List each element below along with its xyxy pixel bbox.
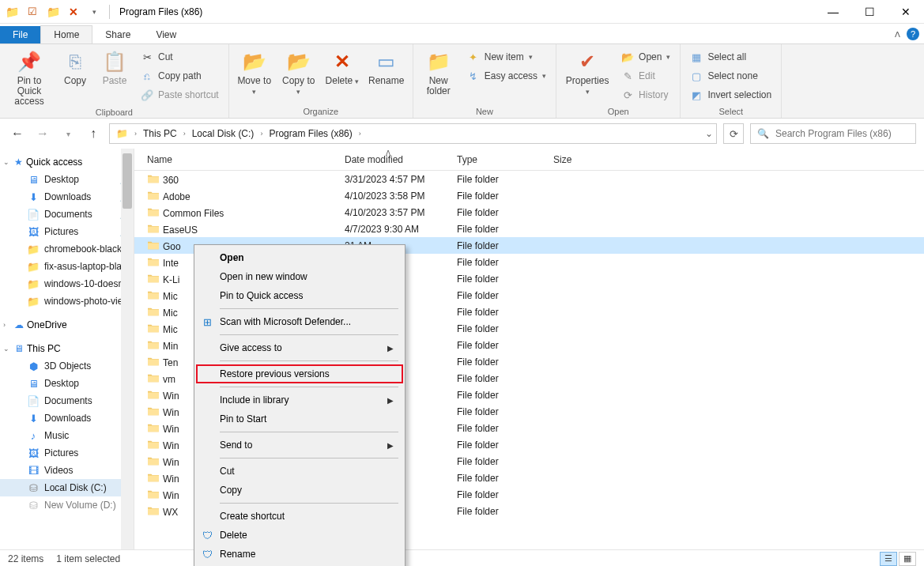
nav-quick-access[interactable]: ⌄★Quick access	[0, 153, 134, 171]
nav-onedrive[interactable]: ›☁OneDrive	[0, 316, 134, 334]
paste-shortcut-button[interactable]: 🔗Paste shortcut	[138, 87, 222, 103]
copy-path-button[interactable]: ⎌Copy path	[138, 68, 222, 84]
main-area: ⌄★Quick access 🖥Desktop📌 ⬇Downloads📌 📄Do…	[0, 149, 924, 549]
select-none-button[interactable]: ▢Select none	[687, 68, 775, 84]
table-row[interactable]: EaseUS4/7/2023 9:30 AMFile folder	[134, 221, 924, 237]
col-size[interactable]: Size	[547, 154, 604, 165]
nav-qa-item[interactable]: 📁windows-photo-vie	[0, 292, 134, 310]
ctx-open-new-window[interactable]: Open in new window	[196, 267, 403, 286]
move-to-button[interactable]: 📂 Move to	[236, 46, 273, 96]
file-type: File folder	[451, 340, 547, 351]
nav-music[interactable]: ♪Music	[0, 427, 134, 444]
tab-view[interactable]: View	[143, 26, 189, 43]
delete-button[interactable]: ✕ Delete	[324, 46, 360, 86]
ctx-give-access[interactable]: Give access to▶	[196, 338, 403, 357]
crumb-thispc[interactable]: This PC	[140, 126, 180, 141]
qat-dropdown-icon[interactable]: ▾	[85, 3, 103, 21]
drive-icon: ⛁	[27, 482, 40, 494]
collapse-ribbon-icon[interactable]: ᐱ	[895, 30, 900, 39]
pin-to-quick-access-button[interactable]: 📌 Pin to Quick access	[6, 46, 52, 108]
nav-qa-item[interactable]: 📁fix-asus-laptop-black	[0, 258, 134, 275]
ctx-create-shortcut[interactable]: Create shortcut	[196, 507, 403, 526]
maximize-button[interactable]: ☐	[851, 0, 888, 24]
forward-button[interactable]: →	[33, 124, 52, 143]
new-folder-button[interactable]: 📁 New folder	[420, 46, 458, 96]
nav-new-volume-d[interactable]: ⛁New Volume (D:)	[0, 496, 134, 514]
close-x-icon[interactable]: ✕	[65, 3, 82, 21]
history-button[interactable]: ⟳History	[618, 87, 673, 103]
view-large-icons-button[interactable]: ▦	[899, 552, 916, 566]
easy-access-button[interactable]: ↯Easy access	[464, 68, 549, 84]
back-button[interactable]: ←	[8, 124, 27, 143]
ctx-restore-previous-versions[interactable]: Restore previous versions	[196, 364, 403, 383]
select-all-button[interactable]: ▦Select all	[687, 49, 775, 65]
nav-desktop[interactable]: 🖥Desktop📌	[0, 171, 134, 188]
ctx-open[interactable]: Open	[196, 248, 403, 267]
check-icon[interactable]: ☑	[24, 3, 41, 21]
new-item-button[interactable]: ✦New item	[464, 49, 549, 65]
nav-qa-item[interactable]: 📁windows-10-doesnt	[0, 275, 134, 292]
invert-selection-button[interactable]: ◩Invert selection	[687, 87, 775, 103]
search-box[interactable]: 🔍	[750, 123, 916, 144]
help-icon[interactable]: ?	[907, 28, 919, 40]
edit-button[interactable]: ✎Edit	[618, 68, 673, 84]
tab-share[interactable]: Share	[92, 26, 143, 43]
close-button[interactable]: ✕	[888, 0, 924, 24]
col-name[interactable]: Name	[141, 154, 338, 165]
ctx-cut[interactable]: Cut	[196, 462, 403, 481]
search-input[interactable]	[775, 128, 909, 139]
ctx-pin-start[interactable]: Pin to Start	[196, 409, 403, 428]
ctx-pin-quick-access[interactable]: Pin to Quick access	[196, 286, 403, 305]
ctx-include-library[interactable]: Include in library▶	[196, 391, 403, 409]
nav-documents[interactable]: 📄Documents	[0, 392, 134, 409]
nav-pictures[interactable]: 🖼Pictures	[0, 444, 134, 462]
nav-downloads[interactable]: ⬇Downloads	[0, 409, 134, 427]
file-type: File folder	[451, 191, 547, 202]
crumb-drive[interactable]: Local Disk (C:)	[189, 126, 258, 141]
table-row[interactable]: 3603/31/2023 4:57 PMFile folder	[134, 171, 924, 187]
col-date[interactable]: Date modified	[338, 154, 451, 165]
ctx-rename[interactable]: 🛡Rename	[196, 545, 403, 564]
paste-button[interactable]: 📋 Paste	[98, 46, 131, 86]
cut-button[interactable]: ✂Cut	[138, 49, 222, 65]
ctx-delete[interactable]: 🛡Delete	[196, 526, 403, 545]
tab-file[interactable]: File	[0, 26, 40, 43]
chevron-right-icon[interactable]: ›	[133, 130, 138, 138]
chevron-right-icon[interactable]: ›	[182, 130, 187, 138]
breadcrumb[interactable]: 📁 › This PC › Local Disk (C:) › Program …	[109, 123, 717, 144]
chevron-right-icon[interactable]: ›	[258, 130, 264, 138]
ctx-scan-defender[interactable]: ⊞Scan with Microsoft Defender...	[196, 312, 403, 331]
table-row[interactable]: Common Files4/10/2023 3:57 PMFile folder	[134, 204, 924, 221]
scrollbar-thumb[interactable]	[123, 153, 132, 209]
chevron-down-icon[interactable]: ⌄	[705, 128, 713, 139]
nav-downloads[interactable]: ⬇Downloads📌	[0, 188, 134, 206]
nav-desktop[interactable]: 🖥Desktop	[0, 375, 134, 392]
nav-local-disk-c[interactable]: ⛁Local Disk (C:)	[0, 479, 134, 496]
minimize-button[interactable]: ―	[815, 0, 851, 24]
nav-qa-item[interactable]: 📁chromebook-black-s	[0, 240, 134, 258]
refresh-button[interactable]: ⟳	[723, 123, 744, 144]
properties-button[interactable]: ✔ Properties	[563, 46, 612, 96]
ctx-copy[interactable]: Copy	[196, 481, 403, 500]
view-details-button[interactable]: ☰	[880, 552, 897, 566]
nav-videos[interactable]: 🎞Videos	[0, 462, 134, 479]
recent-dropdown[interactable]: ▾	[58, 124, 77, 143]
nav-pictures[interactable]: 🖼Pictures📌	[0, 223, 134, 240]
window-title: Program Files (x86)	[119, 6, 202, 17]
nav-3dobjects[interactable]: ⬢3D Objects	[0, 357, 134, 375]
copy-to-button[interactable]: 📂 Copy to	[280, 46, 318, 96]
up-button[interactable]: ↑	[84, 124, 103, 143]
crumb-folder[interactable]: Program Files (x86)	[266, 126, 355, 141]
chevron-right-icon[interactable]: ›	[357, 130, 363, 138]
nav-thispc[interactable]: ⌄🖥This PC	[0, 340, 134, 357]
scrollbar-track[interactable]	[121, 149, 134, 549]
nav-documents[interactable]: 📄Documents📌	[0, 206, 134, 223]
group-label: New	[420, 107, 549, 118]
open-button[interactable]: 📂Open	[618, 49, 673, 65]
ctx-send-to[interactable]: Send to▶	[196, 436, 403, 455]
rename-button[interactable]: ▭ Rename	[367, 46, 406, 86]
col-type[interactable]: Type	[451, 154, 547, 165]
copy-button[interactable]: ⎘ Copy	[58, 46, 92, 86]
tab-home[interactable]: Home	[40, 25, 92, 43]
table-row[interactable]: Adobe4/10/2023 3:58 PMFile folder	[134, 187, 924, 204]
